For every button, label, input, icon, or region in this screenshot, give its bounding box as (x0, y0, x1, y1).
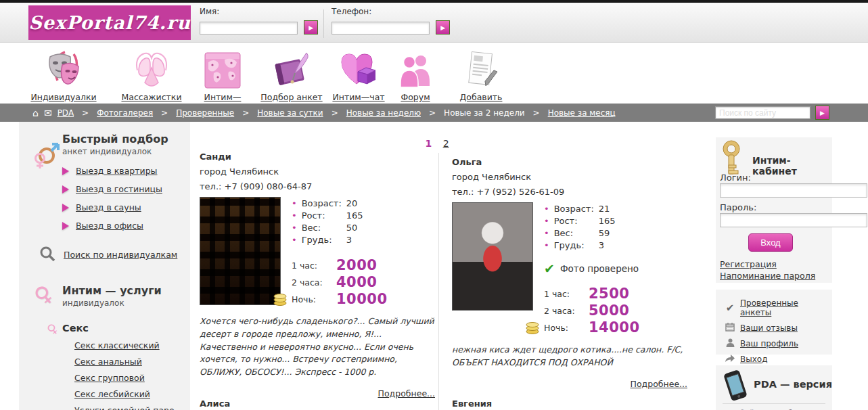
name-submit-button[interactable]: ▶ (304, 20, 318, 35)
login-label: Логин: (720, 173, 751, 183)
icon-nav: Индивидуалки Массажистки (0, 43, 868, 104)
sidebar-item-seks-lesbijskij[interactable]: Секс лесбийский (74, 389, 190, 399)
breadcrumb-item-proverennye[interactable]: Проверенные (176, 108, 234, 118)
breadcrumb-item-fotogalereya[interactable]: Фотогалерея (97, 108, 153, 118)
nav-item-podbor-anket[interactable]: Подбор анкет (258, 46, 325, 102)
profile-description: Хочется чего-нибудь сладенького?... Самы… (200, 315, 435, 379)
quick-pick-title: Быстрый подбор (62, 133, 190, 145)
password-input[interactable] (720, 213, 867, 227)
sidebar-item-vyezd-sauny[interactable]: Выезд в сауны (62, 202, 190, 212)
phone-input[interactable] (332, 22, 430, 35)
price-value: 10000 (336, 291, 388, 307)
price-list: 1 час:2500 2 часа:5000 Ночь: 14000 (544, 286, 679, 336)
nav-label: Форум (401, 92, 430, 102)
name-field-label: Имя: (200, 7, 318, 16)
bullet-icon: • (292, 198, 297, 208)
profile-photo[interactable] (200, 197, 281, 305)
hands-icon (120, 46, 183, 89)
left-sidebar: Быстрый подбор анкет индивидуалок Выезд … (19, 122, 190, 410)
sidebar-item-seks-analnyj[interactable]: Секс анальный (74, 357, 190, 367)
site-logo[interactable]: SexPortal74.ru (28, 5, 191, 40)
green-check-icon: ✔ (544, 261, 555, 276)
breadcrumb-item-novye-za-nedelyu[interactable]: Новые за неделю (346, 108, 421, 118)
nav-label: Индивидуалки (30, 92, 96, 102)
triangle-bullet-icon (62, 222, 69, 230)
breadcrumb-item-novye-za-mesyac[interactable]: Новые за месяц (548, 108, 616, 118)
pagination-current-page: 1 (425, 138, 432, 149)
profile-stats: •Возраст:21 •Рост:165 •Вес:59 •Грудь:3 ✔… (544, 202, 679, 336)
arrow-right-icon: ▶ (820, 110, 825, 116)
phone-field-label: Телефон: (332, 7, 450, 16)
stat-value: 165 (599, 216, 616, 226)
menu-item-proverennye-ankety[interactable]: ✔ Проверенные анкеты (724, 298, 832, 317)
main-content: 1 2 Санди город Челябинск тел.: +7 (909)… (190, 122, 716, 410)
profile-name: Евгения (452, 398, 492, 409)
nav-item-intim-karta[interactable]: Интим—карта (191, 46, 254, 112)
nav-item-add-anketa[interactable]: Добавить анкету (445, 46, 517, 112)
more-link[interactable]: Подробнее... (631, 379, 687, 389)
sidebar-item-search[interactable]: Поиск по индивидуалкам (39, 246, 190, 264)
services-group-title: ♀ Секс (62, 323, 190, 334)
home-icon[interactable]: ⌂ (32, 108, 39, 118)
stat-value: 21 (599, 204, 610, 214)
pda-note: Сайт снова будет адаптирован (723, 403, 825, 410)
profile-phone: тел.: +7 (952) 526-61-09 (452, 187, 687, 197)
password-remind-link[interactable]: Напоминание пароля (720, 271, 815, 281)
more-link[interactable]: Подробнее... (378, 388, 435, 398)
menu-item-vash-profil[interactable]: Ваш профиль (724, 338, 832, 349)
header: SexPortal74.ru Имя: ▶ Телефон: ▶ (0, 3, 868, 43)
breadcrumb-item-novye-za-sutki[interactable]: Новые за сутки (257, 108, 323, 118)
breadcrumb-item-pda[interactable]: PDA (58, 108, 74, 118)
breadcrumb: ⌂ ✉ PDA > Фотогалерея > Проверенные > Но… (0, 104, 868, 122)
price-value: 4000 (336, 274, 377, 290)
user-icon (724, 338, 736, 349)
book-feather-icon (258, 46, 325, 89)
nav-item-individualki[interactable]: Индивидуалки (26, 46, 101, 102)
site-search-input[interactable] (715, 106, 810, 119)
stat-value: 20 (346, 198, 358, 208)
phone-submit-button[interactable]: ▶ (436, 20, 450, 35)
sidebar-item-seks-gruppovoj[interactable]: Секс групповой (74, 373, 190, 383)
nav-item-massazhistki[interactable]: Массажистки (120, 46, 183, 102)
search-icon (39, 246, 55, 264)
people-icon (396, 46, 435, 89)
site-search-button[interactable]: ▶ (815, 106, 829, 120)
map-icon (191, 46, 254, 89)
document-pen-icon (445, 46, 517, 89)
smartphone-icon (718, 369, 751, 404)
sidebar-item-uslugi-semejnoj-pare[interactable]: Услуги семейной паре (74, 405, 190, 410)
bullet-icon: • (544, 216, 549, 226)
calendar-icon (724, 322, 736, 334)
menu-item-vashi-otzyvy[interactable]: Ваши отзывы (724, 322, 832, 334)
arrow-right-icon: ▶ (309, 24, 313, 31)
profile-description: нежная киса ждет щедрого котика....не са… (452, 344, 687, 369)
register-link[interactable]: Регистрация (720, 259, 777, 269)
pagination-page-2[interactable]: 2 (443, 138, 449, 149)
login-button[interactable]: Вход (748, 233, 793, 252)
sidebar-item-seks-klassicheskij[interactable]: Секс классический (74, 340, 190, 350)
services-header: ♀ Интим — услуги индивидуалок (62, 284, 190, 308)
menu-item-vyhod[interactable]: Выход (724, 354, 832, 365)
profile-name: Ольга (452, 157, 687, 167)
page: SexPortal74.ru Имя: ▶ Телефон: ▶ (0, 0, 868, 410)
stat-value: 59 (599, 228, 610, 238)
login-input[interactable] (720, 183, 867, 198)
account-menu-panel: ✔ Проверенные анкеты Ваши отзывы (716, 290, 832, 355)
bullet-icon: • (292, 210, 297, 221)
sidebar-item-vyezd-ofisy[interactable]: Выезд в офисы (62, 221, 190, 231)
gender-symbols-icon (32, 139, 62, 169)
sidebar-item-vyezd-kvartiry[interactable]: Выезд в квартиры (62, 166, 190, 176)
breadcrumb-separator: > (533, 108, 540, 118)
stat-value: 3 (346, 235, 352, 245)
profile-photo[interactable] (452, 202, 533, 311)
triangle-bullet-icon (62, 167, 69, 175)
nav-item-forum[interactable]: Форум (396, 46, 435, 102)
pda-title: PDA — версия (754, 379, 832, 390)
stat-value: 50 (346, 223, 358, 233)
heart-chat-icon (329, 46, 388, 89)
mail-icon[interactable]: ✉ (44, 108, 52, 118)
sidebar-item-vyezd-gostinicy[interactable]: Выезд в гостиницы (62, 184, 190, 194)
nav-item-intim-chat[interactable]: Интим—чат (329, 46, 388, 102)
name-input[interactable] (200, 22, 298, 35)
column-divider (438, 153, 439, 410)
